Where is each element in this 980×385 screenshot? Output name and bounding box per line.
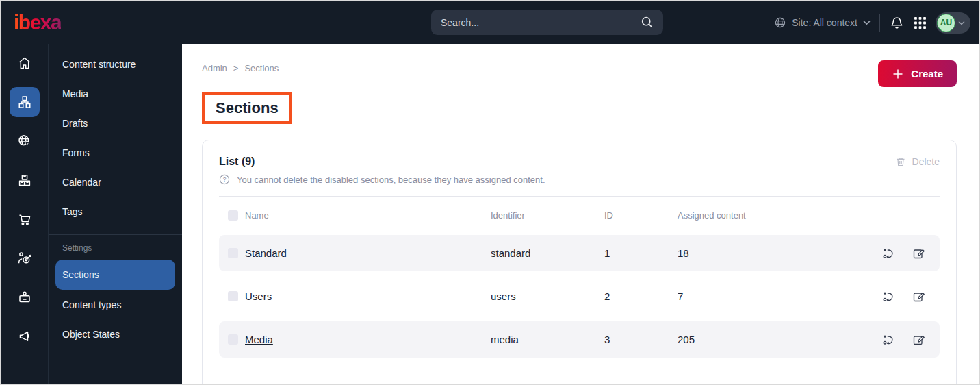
edit-icon[interactable] — [912, 334, 925, 346]
avatar: AU — [937, 14, 955, 32]
sidebar-item-tags[interactable]: Tags — [49, 197, 182, 226]
section-identifier: users — [491, 290, 604, 302]
row-checkbox[interactable] — [228, 248, 238, 258]
table-row: Users users 2 7 — [219, 278, 940, 314]
column-header-id: ID — [604, 210, 678, 221]
svg-text:?: ? — [223, 176, 227, 183]
breadcrumb-separator: > — [233, 63, 239, 73]
marketing-icon[interactable] — [10, 321, 40, 351]
edit-icon[interactable] — [912, 247, 925, 260]
admin-icon[interactable] — [10, 282, 40, 312]
help-text: You cannot delete the disabled sections,… — [237, 175, 545, 185]
global-search — [431, 10, 663, 35]
user-menu[interactable]: AU — [936, 12, 970, 34]
sidebar-item-forms[interactable]: Forms — [49, 138, 182, 167]
ibexa-logo[interactable]: ibexa — [14, 11, 61, 34]
search-icon[interactable] — [641, 16, 654, 29]
sidebar-item-media[interactable]: Media — [49, 79, 182, 108]
site-icon[interactable] — [10, 126, 40, 156]
section-name-link[interactable]: Media — [245, 334, 273, 345]
list-divider — [219, 196, 940, 197]
table-row: Media media 3 205 — [219, 321, 940, 358]
topbar-divider — [879, 14, 880, 32]
section-id: 3 — [604, 334, 678, 345]
table-header: Name Identifier ID Assigned content — [219, 205, 940, 225]
icon-rail — [1, 44, 48, 384]
sidebar-item-content-types[interactable]: Content types — [49, 290, 182, 319]
list-help: ? You cannot delete the disabled section… — [219, 174, 940, 185]
row-checkbox[interactable] — [228, 291, 238, 301]
trash-icon — [895, 156, 906, 167]
home-icon[interactable] — [10, 48, 40, 78]
chevron-down-icon — [863, 20, 871, 25]
column-header-name: Name — [245, 210, 491, 221]
content-structure-icon[interactable] — [10, 87, 40, 117]
row-checkbox[interactable] — [228, 334, 238, 345]
notifications-bell-icon[interactable] — [889, 15, 905, 31]
commerce-icon[interactable] — [10, 204, 40, 234]
top-bar: ibexa Site: All context — [1, 1, 979, 44]
sections-list-card: List (9) Delete ? — [202, 140, 957, 384]
app-grid-icon[interactable] — [914, 16, 927, 29]
edit-icon[interactable] — [912, 290, 925, 303]
sidebar-item-calendar[interactable]: Calendar — [49, 167, 182, 197]
globe-icon — [774, 16, 786, 29]
breadcrumb-admin[interactable]: Admin — [202, 63, 227, 73]
search-input[interactable] — [441, 17, 641, 28]
site-context-label: Site: All context — [792, 17, 858, 28]
assign-content-icon[interactable] — [882, 290, 894, 303]
app-body: Content structure Media Drafts Forms Cal… — [1, 44, 979, 384]
sidebar-item-drafts[interactable]: Drafts — [49, 108, 182, 138]
create-button[interactable]: Create — [878, 60, 957, 87]
sidebar-menu: Content structure Media Drafts Forms Cal… — [48, 44, 182, 384]
section-name-link[interactable]: Users — [245, 290, 272, 302]
products-icon[interactable] — [10, 165, 40, 195]
site-context-selector[interactable]: Site: All context — [774, 16, 871, 29]
settings-section-label: Settings — [49, 242, 182, 254]
plus-icon — [892, 68, 904, 80]
select-all-checkbox[interactable] — [228, 210, 238, 221]
breadcrumb-sections[interactable]: Sections — [244, 63, 279, 73]
section-name-link[interactable]: Standard — [245, 247, 287, 259]
table-row: Standard standard 1 18 — [219, 235, 940, 271]
column-header-assigned-content: Assigned content — [678, 210, 876, 221]
sidebar-item-sections[interactable]: Sections — [55, 260, 175, 290]
list-title: List (9) — [219, 156, 255, 168]
help-question-icon: ? — [219, 174, 230, 185]
page-title: Sections — [216, 99, 279, 117]
section-assigned-content: 7 — [678, 290, 876, 302]
highlight-box: Sections — [202, 92, 292, 124]
section-identifier: media — [491, 334, 604, 345]
chevron-down-icon — [958, 21, 965, 25]
topbar-right-cluster: Site: All context A — [774, 1, 970, 44]
column-header-identifier: Identifier — [491, 210, 604, 221]
section-assigned-content: 205 — [678, 334, 876, 345]
app-window: ibexa Site: All context — [0, 0, 980, 385]
breadcrumb: Admin > Sections — [202, 63, 279, 73]
main-content: Admin > Sections Create Sections List (9… — [182, 44, 979, 384]
section-assigned-content: 18 — [678, 247, 876, 259]
delete-button[interactable]: Delete — [895, 156, 940, 167]
assign-content-icon[interactable] — [882, 334, 894, 346]
section-id: 1 — [604, 247, 678, 259]
sidebar-item-content-structure[interactable]: Content structure — [49, 49, 182, 79]
section-id: 2 — [604, 290, 678, 302]
sidebar-item-object-states[interactable]: Object States — [49, 319, 182, 349]
personalization-icon[interactable] — [10, 243, 40, 273]
assign-content-icon[interactable] — [882, 247, 894, 260]
section-identifier: standard — [491, 247, 604, 259]
menu-divider — [49, 234, 182, 235]
